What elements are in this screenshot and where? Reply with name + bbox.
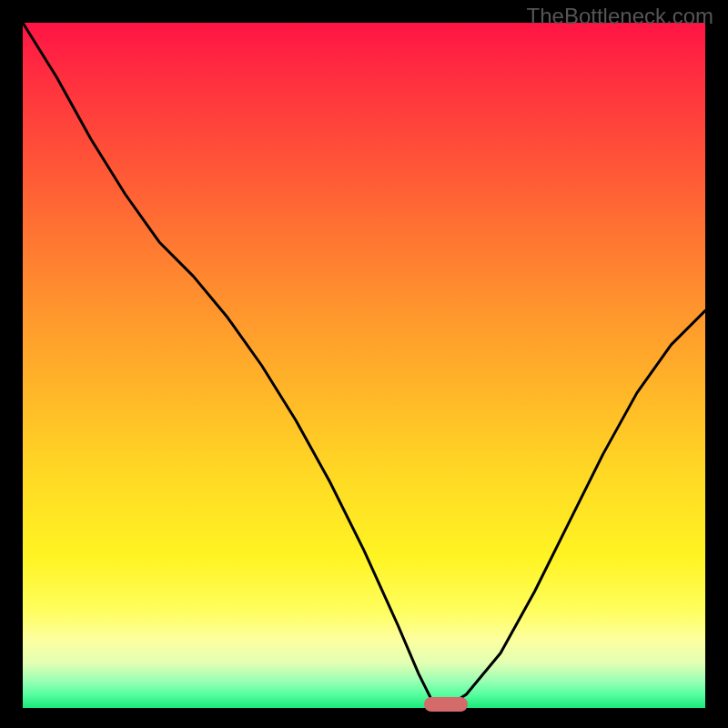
watermark-text: TheBottleneck.com xyxy=(527,4,713,29)
chart-container: TheBottleneck.com xyxy=(0,0,728,728)
valley-marker xyxy=(424,697,468,712)
bottleneck-curve xyxy=(23,23,705,708)
